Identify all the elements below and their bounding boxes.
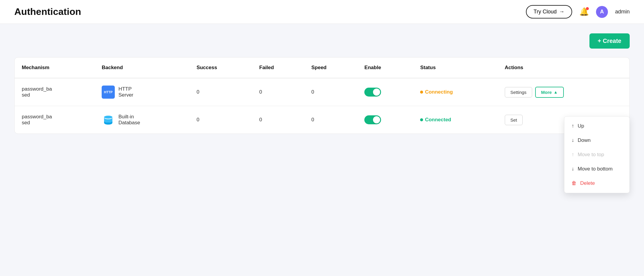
notification-dot <box>586 7 589 10</box>
more-button-1[interactable]: More ▲ <box>535 87 564 98</box>
status-connecting: Connecting <box>420 89 490 95</box>
arrow-up-disabled-icon: ↑ <box>572 152 574 158</box>
create-button[interactable]: + Create <box>589 33 630 49</box>
backend-cell: HTTP HTTPServer <box>95 78 189 106</box>
settings-button-1[interactable]: Settings <box>505 87 532 97</box>
arrow-down-icon: ↓ <box>572 137 574 143</box>
arrow-up-icon: ↑ <box>572 123 574 129</box>
status-cell: Connected <box>413 106 497 134</box>
status-label: Connecting <box>425 89 453 95</box>
dropdown-item-down[interactable]: ↓ Down <box>564 133 629 148</box>
mechanism-cell: password_based <box>15 78 95 106</box>
more-dropdown-menu: ↑ Up ↓ Down ↑ Move to top ↓ Move to bott… <box>564 116 630 193</box>
table-row: password_based HTTP HTTPServer 0 0 0 <box>15 78 629 106</box>
status-cell: Connecting <box>413 78 497 106</box>
dropdown-item-label: Delete <box>580 180 595 186</box>
status-label: Connected <box>425 117 451 123</box>
status-dot-orange <box>420 91 423 94</box>
svg-point-0 <box>104 116 112 119</box>
auth-table: Mechanism Backend Success Failed Speed E… <box>14 57 630 134</box>
dropdown-item-up[interactable]: ↑ Up <box>564 119 629 133</box>
toggle-knob <box>373 89 380 96</box>
try-cloud-button[interactable]: Try Cloud → <box>526 5 572 18</box>
table-row: password_based Built-inDatabase <box>15 106 629 134</box>
status-connected: Connected <box>420 117 490 123</box>
success-cell: 0 <box>189 78 252 106</box>
enable-toggle-1[interactable] <box>364 88 381 97</box>
enable-toggle-2[interactable] <box>364 115 381 124</box>
dropdown-item-label: Down <box>578 137 591 143</box>
header-right: Try Cloud → 🔔 A admin <box>526 5 630 18</box>
dropdown-item-label: Move to top <box>578 152 604 158</box>
trash-icon: 🗑 <box>572 180 577 186</box>
avatar-letter: A <box>600 9 604 15</box>
speed-cell: 0 <box>304 78 357 106</box>
col-success: Success <box>189 58 252 78</box>
backend-cell: Built-inDatabase <box>95 106 189 134</box>
mechanism-cell: password_based <box>15 106 95 134</box>
settings-button-2[interactable]: Set <box>505 115 523 125</box>
table-header-row: Mechanism Backend Success Failed Speed E… <box>15 58 629 78</box>
failed-cell: 0 <box>252 106 304 134</box>
success-cell: 0 <box>189 106 252 134</box>
failed-cell: 0 <box>252 78 304 106</box>
chevron-up-icon: ▲ <box>554 90 558 94</box>
actions-cell: Settings More ▲ <box>498 78 629 106</box>
dropdown-item-move-bottom[interactable]: ↓ Move to bottom <box>564 162 629 176</box>
db-icon <box>102 113 115 126</box>
page-title: Authentication <box>14 6 81 17</box>
col-status: Status <box>413 58 497 78</box>
enable-cell[interactable] <box>357 106 413 134</box>
col-enable: Enable <box>357 58 413 78</box>
notification-button[interactable]: 🔔 <box>579 7 589 16</box>
header: Authentication Try Cloud → 🔔 A admin <box>0 0 644 24</box>
speed-cell: 0 <box>304 106 357 134</box>
more-label: More <box>541 90 552 95</box>
toggle-knob <box>373 116 380 123</box>
status-dot-green <box>420 118 423 121</box>
page-content: + Create Mechanism Backend Success Faile… <box>0 24 644 143</box>
http-icon: HTTP <box>102 86 115 99</box>
backend-name: HTTPServer <box>118 86 133 98</box>
try-cloud-arrow: → <box>559 9 564 15</box>
col-failed: Failed <box>252 58 304 78</box>
enable-cell[interactable] <box>357 78 413 106</box>
avatar[interactable]: A <box>596 6 608 18</box>
dropdown-item-move-top: ↑ Move to top <box>564 148 629 162</box>
dropdown-item-label: Move to bottom <box>578 166 613 172</box>
try-cloud-label: Try Cloud <box>534 9 557 15</box>
col-mechanism: Mechanism <box>15 58 95 78</box>
col-actions: Actions <box>498 58 629 78</box>
admin-label: admin <box>615 9 630 15</box>
dropdown-item-label: Up <box>578 123 584 129</box>
col-speed: Speed <box>304 58 357 78</box>
col-backend: Backend <box>95 58 189 78</box>
backend-name: Built-inDatabase <box>118 114 140 126</box>
dropdown-item-delete[interactable]: 🗑 Delete <box>564 176 629 190</box>
arrow-down-icon: ↓ <box>572 166 574 172</box>
